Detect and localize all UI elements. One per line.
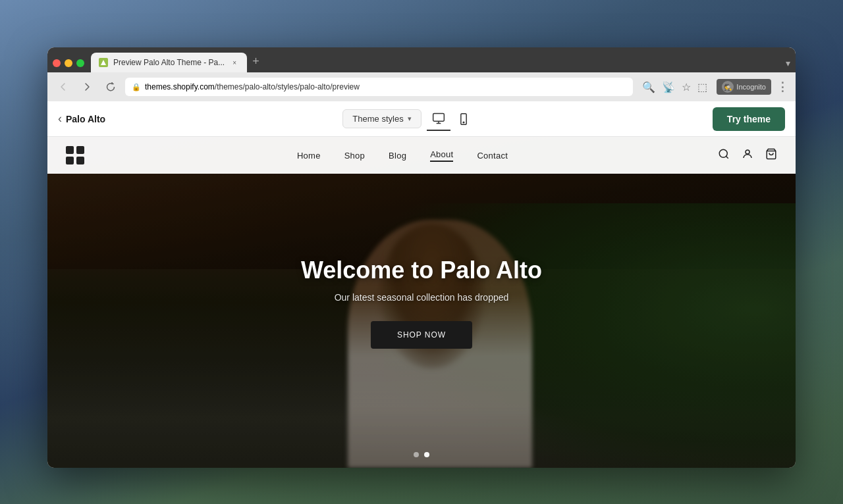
maximize-button[interactable] — [76, 59, 84, 67]
svg-point-4 — [746, 150, 749, 154]
url-bar[interactable]: 🔒 themes.shopify.com/themes/palo-alto/st… — [125, 78, 633, 96]
preview-bar-center: Theme styles ▾ — [105, 107, 713, 131]
tab-bar-chevron[interactable]: ▾ — [786, 58, 790, 68]
active-tab[interactable]: Preview Palo Alto Theme - Pa... × — [91, 53, 247, 72]
desktop-view-button[interactable] — [427, 107, 450, 131]
tab-favicon — [99, 58, 108, 67]
logo-block-1 — [66, 146, 74, 154]
theme-styles-label: Theme styles — [352, 114, 403, 124]
hero-cta-button[interactable]: Shop Now — [371, 321, 472, 349]
browser-window: Preview Palo Alto Theme - Pa... × + ▾ 🔒 … — [47, 47, 796, 468]
theme-styles-button[interactable]: Theme styles ▾ — [342, 109, 421, 128]
logo-block-4 — [76, 157, 84, 164]
site-logo — [66, 146, 87, 164]
theme-name-label: Palo Alto — [66, 114, 105, 124]
account-icon[interactable] — [742, 148, 753, 163]
refresh-button[interactable] — [101, 78, 120, 96]
carousel-indicators — [414, 452, 429, 457]
back-button[interactable] — [54, 78, 72, 96]
browser-menu-button[interactable]: ⋮ — [776, 80, 789, 94]
nav-link-about[interactable]: About — [430, 149, 453, 162]
try-theme-button[interactable]: Try theme — [713, 107, 785, 131]
svg-rect-0 — [433, 113, 444, 121]
chevron-left-icon: ‹ — [58, 112, 62, 126]
nav-link-blog[interactable]: Blog — [389, 151, 406, 161]
lock-icon: 🔒 — [132, 83, 141, 91]
logo-block-3 — [66, 157, 74, 164]
back-to-themes-button[interactable]: ‹ Palo Alto — [58, 112, 105, 126]
nav-link-contact[interactable]: Contact — [477, 151, 508, 161]
search-icon[interactable]: 🔍 — [642, 81, 655, 93]
address-bar: 🔒 themes.shopify.com/themes/palo-alto/st… — [47, 72, 796, 101]
incognito-badge: 🕵 Incognito — [717, 79, 771, 95]
carousel-dot-1[interactable] — [414, 452, 419, 457]
incognito-label: Incognito — [736, 83, 766, 91]
site-nav-actions — [718, 148, 777, 163]
tab-bar-right: ▾ — [786, 58, 790, 72]
window-controls — [53, 59, 84, 72]
tab-title: Preview Palo Alto Theme - Pa... — [113, 58, 225, 67]
tablet-icon[interactable]: ⬚ — [697, 81, 707, 93]
tab-close-button[interactable]: × — [230, 58, 239, 67]
svg-point-2 — [463, 122, 464, 123]
nav-link-home[interactable]: Home — [297, 151, 321, 161]
svg-point-3 — [719, 149, 727, 157]
logo-block-2 — [76, 146, 84, 154]
hero-subtitle: Our latest seasonal collection has dropp… — [301, 292, 542, 303]
shopify-preview-bar: ‹ Palo Alto Theme styles ▾ Try theme — [47, 101, 796, 137]
site-nav-links: Home Shop Blog About Contact — [87, 149, 718, 162]
close-button[interactable] — [53, 59, 61, 67]
cart-icon[interactable] — [765, 148, 777, 163]
url-text: themes.shopify.com/themes/palo-alto/styl… — [145, 82, 360, 91]
tab-bar: Preview Palo Alto Theme - Pa... × + ▾ — [47, 47, 796, 72]
carousel-dot-2[interactable] — [424, 452, 429, 457]
chevron-down-icon: ▾ — [408, 114, 412, 123]
address-bar-icons: 🔍 📡 ☆ ⬚ — [638, 81, 711, 93]
bookmark-icon[interactable]: ☆ — [682, 81, 691, 93]
site-navigation: Home Shop Blog About Contact — [47, 137, 796, 174]
website-preview: Home Shop Blog About Contact We — [47, 137, 796, 468]
nav-link-shop[interactable]: Shop — [344, 151, 365, 161]
hero-title: Welcome to Palo Alto — [301, 257, 542, 284]
incognito-icon: 🕵 — [722, 81, 734, 93]
search-icon[interactable] — [718, 148, 730, 163]
new-tab-button[interactable]: + — [247, 55, 265, 72]
hero-content: Welcome to Palo Alto Our latest seasonal… — [301, 257, 542, 349]
cast-icon[interactable]: 📡 — [662, 81, 675, 93]
minimize-button[interactable] — [65, 59, 72, 67]
mobile-view-button[interactable] — [452, 107, 476, 131]
device-toggle-buttons — [427, 107, 476, 131]
forward-button[interactable] — [78, 78, 96, 96]
